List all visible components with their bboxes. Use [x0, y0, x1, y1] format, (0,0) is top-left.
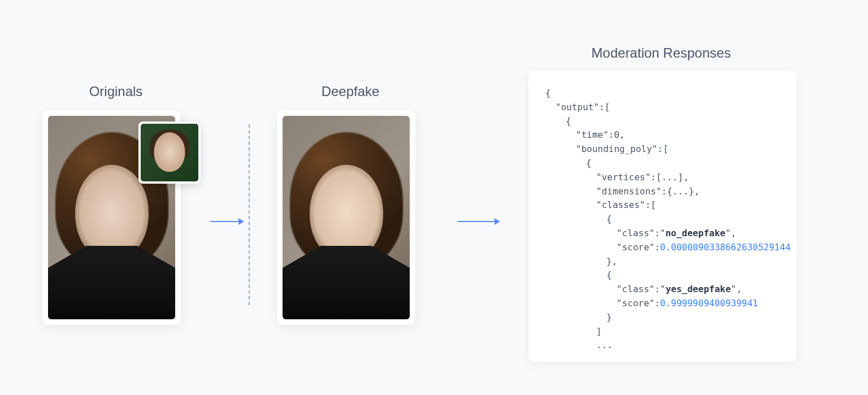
json-line: "class":"yes_deepfake", [545, 283, 780, 297]
original-source-thumbnail [138, 121, 201, 184]
arrow-icon [210, 216, 244, 227]
json-line: { [545, 212, 780, 227]
json-line: { [545, 268, 780, 283]
deepfake-image-card [277, 110, 415, 325]
deepfake-image [283, 116, 410, 319]
score-yes-deepfake: 0.9999909400939941 [660, 298, 758, 309]
score-no-deepfake: 0.0000090338662630529144 [660, 242, 791, 253]
json-line: "score":0.9999909400939941 [545, 297, 780, 311]
json-line: "score":0.0000090338662630529144 [545, 241, 780, 255]
json-line: { [545, 86, 780, 101]
json-line: "output":[ [545, 101, 780, 115]
class-yes-deepfake: yes_deepfake [666, 284, 731, 294]
class-no-deepfake: no_deepfake [666, 228, 726, 238]
json-line: { [545, 115, 780, 129]
json-line: { [545, 157, 780, 171]
json-line: } [545, 311, 780, 325]
json-line: "time":0, [545, 128, 780, 142]
json-line: ... [545, 338, 780, 353]
json-line: }, [545, 255, 780, 269]
moderation-response-card: { "output":[ { "time":0, "bounding_poly"… [528, 71, 797, 362]
json-line: "classes":[ [545, 198, 780, 212]
json-line: "class":"no_deepfake", [545, 227, 780, 241]
arrow-icon [458, 216, 500, 227]
json-line: ] [545, 325, 780, 339]
json-line: "bounding_poly":[ [545, 142, 780, 157]
moderation-title: Moderation Responses [526, 45, 797, 61]
deepfake-title: Deepfake [277, 84, 424, 99]
json-line: "dimensions":{...}, [545, 185, 780, 199]
originals-title: Originals [42, 84, 189, 99]
json-line: "vertices":[...], [545, 171, 780, 185]
divider-vertical [249, 124, 250, 305]
